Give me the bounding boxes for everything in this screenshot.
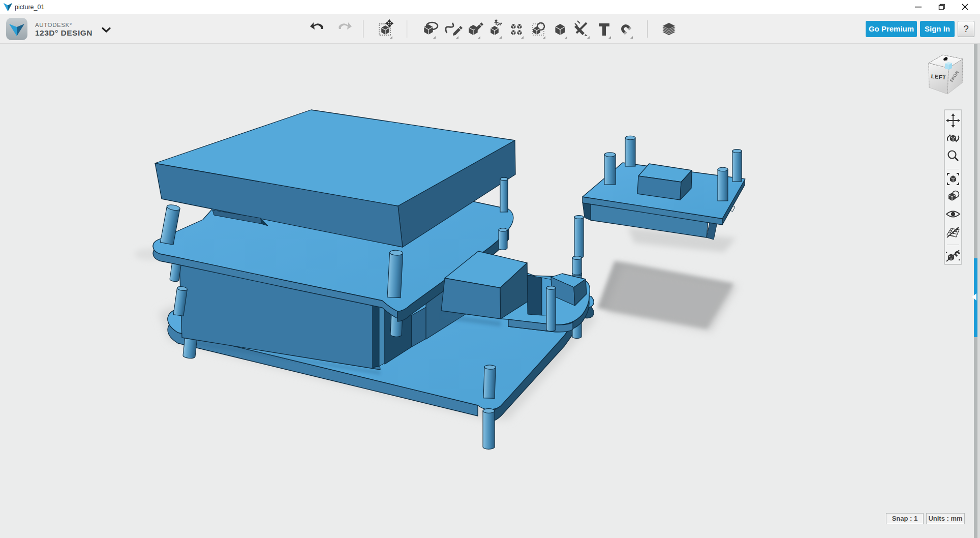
svg-text:LEFT: LEFT <box>931 73 946 81</box>
